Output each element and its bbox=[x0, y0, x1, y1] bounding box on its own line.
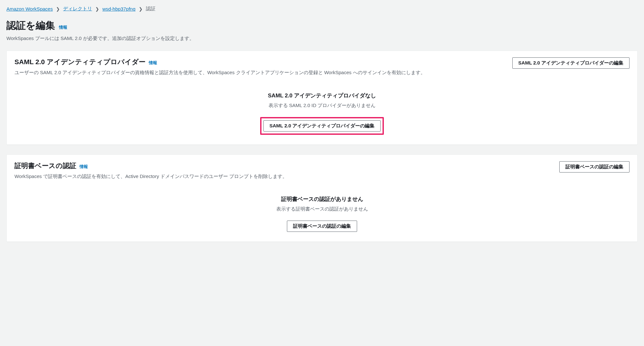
saml-empty-title: SAML 2.0 アイデンティティプロバイダなし bbox=[14, 92, 630, 99]
breadcrumb-workspaces[interactable]: Amazon WorkSpaces bbox=[6, 6, 53, 12]
breadcrumb-directory-id[interactable]: wsd-hbp37pfnq bbox=[102, 6, 136, 12]
page-info-link[interactable]: 情報 bbox=[59, 25, 67, 30]
chevron-right-icon: ❯ bbox=[95, 6, 99, 12]
page-header: 認証を編集 情報 WorkSpaces プールには SAML 2.0 が必要です… bbox=[6, 19, 638, 42]
chevron-right-icon: ❯ bbox=[139, 6, 143, 12]
cert-empty-title: 証明書ベースの認証がありません bbox=[14, 195, 630, 203]
chevron-right-icon: ❯ bbox=[56, 6, 60, 12]
cert-info-link[interactable]: 情報 bbox=[80, 164, 88, 169]
cert-card-header: 証明書ベースの認証 情報 WorkSpaces で証明書ベースの認証を有効にして… bbox=[7, 155, 637, 185]
saml-title: SAML 2.0 アイデンティティプロバイダー bbox=[14, 58, 146, 65]
cert-edit-button[interactable]: 証明書ベースの認証の編集 bbox=[559, 161, 630, 173]
saml-edit-button[interactable]: SAML 2.0 アイデンティティプロバイダーの編集 bbox=[512, 57, 630, 69]
saml-empty-edit-button[interactable]: SAML 2.0 アイデンティティプロバイダーの編集 bbox=[263, 120, 381, 132]
cert-title: 証明書ベースの認証 bbox=[14, 162, 76, 169]
breadcrumb: Amazon WorkSpaces ❯ ディレクトリ ❯ wsd-hbp37pf… bbox=[6, 6, 638, 12]
cert-empty-edit-button[interactable]: 証明書ベースの認証の編集 bbox=[287, 221, 357, 232]
page-description: WorkSpaces プールには SAML 2.0 が必要です。追加の認証オプシ… bbox=[6, 35, 638, 42]
saml-empty-state: SAML 2.0 アイデンティティプロバイダなし 表示する SAML 2.0 I… bbox=[7, 81, 637, 144]
saml-info-link[interactable]: 情報 bbox=[149, 60, 157, 65]
saml-empty-description: 表示する SAML 2.0 ID プロバイダーがありません bbox=[14, 103, 630, 109]
cert-card: 証明書ベースの認証 情報 WorkSpaces で証明書ベースの認証を有効にして… bbox=[6, 154, 638, 242]
saml-description: ユーザーの SAML 2.0 アイデンティティプロバイダーの資格情報と認証方法を… bbox=[14, 69, 507, 76]
cert-empty-description: 表示する証明書ベースの認証がありません bbox=[14, 206, 630, 212]
saml-highlight-box: SAML 2.0 アイデンティティプロバイダーの編集 bbox=[260, 117, 384, 135]
saml-card-header: SAML 2.0 アイデンティティプロバイダー 情報 ユーザーの SAML 2.… bbox=[7, 51, 637, 81]
cert-empty-state: 証明書ベースの認証がありません 表示する証明書ベースの認証がありません 証明書ベ… bbox=[7, 184, 637, 242]
page-title: 認証を編集 bbox=[6, 20, 55, 31]
saml-card: SAML 2.0 アイデンティティプロバイダー 情報 ユーザーの SAML 2.… bbox=[6, 51, 638, 145]
breadcrumb-current: 認証 bbox=[146, 6, 156, 12]
cert-description: WorkSpaces で証明書ベースの認証を有効にして、Active Direc… bbox=[14, 173, 554, 180]
breadcrumb-directories[interactable]: ディレクトリ bbox=[63, 6, 92, 12]
